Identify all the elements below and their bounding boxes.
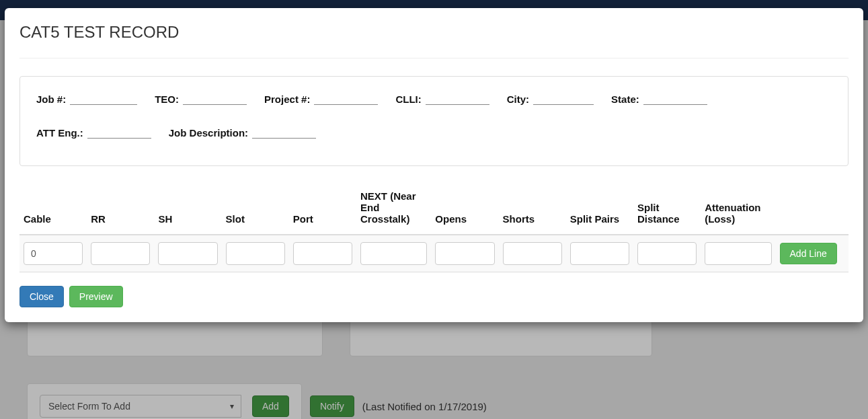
att-eng-input[interactable] [87,125,151,139]
teo-label: TEO: [155,93,179,105]
col-header-rr: RR [87,185,154,235]
table-row: Add Line [19,235,849,272]
city-input[interactable] [533,91,594,105]
split-pairs-input[interactable] [570,242,629,265]
slot-input[interactable] [226,242,285,265]
col-header-attenuation: Attenuation (Loss) [701,185,775,235]
col-header-slot: Slot [222,185,289,235]
modal-title: CAT5 TEST RECORD [19,23,849,42]
col-header-split-distance: Split Distance [633,185,701,235]
modal-actions: Close Preview [19,286,849,307]
col-header-split-pairs: Split Pairs [566,185,633,235]
sh-input[interactable] [158,242,217,265]
attenuation-input[interactable] [705,242,771,265]
col-header-port: Port [289,185,356,235]
col-header-next: NEXT (Near End Crosstalk) [356,185,431,235]
job-description-label: Job Description: [169,127,248,139]
teo-input[interactable] [183,91,247,105]
clli-label: CLLI: [395,93,421,105]
cable-input[interactable] [24,242,83,265]
header-fields-panel: Job #: TEO: Project #: CLLI: City: State… [19,76,849,166]
col-header-opens: Opens [431,185,498,235]
att-eng-label: ATT Eng.: [36,127,83,139]
close-button[interactable]: Close [19,286,64,307]
city-label: City: [507,93,529,105]
job-number-input[interactable] [70,91,137,105]
job-number-label: Job #: [36,93,66,105]
add-line-button[interactable]: Add Line [780,243,837,264]
state-label: State: [611,93,639,105]
next-input[interactable] [360,242,427,265]
state-input[interactable] [643,91,707,105]
rr-input[interactable] [91,242,150,265]
shorts-input[interactable] [503,242,562,265]
opens-input[interactable] [435,242,494,265]
cat5-test-record-modal: CAT5 TEST RECORD Job #: TEO: Project #: … [5,8,863,322]
project-number-label: Project #: [264,93,310,105]
col-header-action [776,185,849,235]
preview-button[interactable]: Preview [69,286,123,307]
col-header-cable: Cable [19,185,87,235]
job-description-input[interactable] [252,125,316,139]
col-header-sh: SH [154,185,221,235]
port-input[interactable] [293,242,352,265]
split-distance-input[interactable] [637,242,697,265]
col-header-shorts: Shorts [499,185,566,235]
clli-input[interactable] [426,91,489,105]
project-number-input[interactable] [314,91,378,105]
divider [19,58,849,59]
test-record-table: Cable RR SH Slot Port NEXT (Near End Cro… [19,185,849,272]
